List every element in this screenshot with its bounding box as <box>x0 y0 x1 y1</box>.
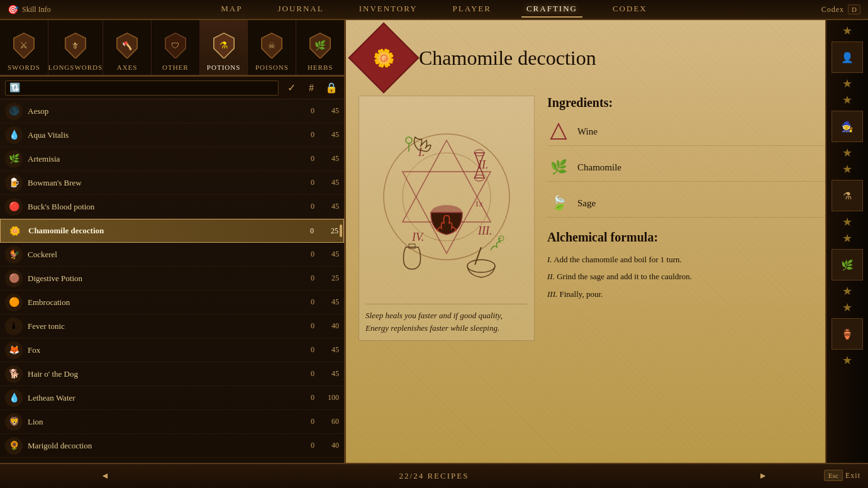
recipe-item[interactable]: 💧 Lethean Water 0 100 <box>0 386 344 410</box>
search-box[interactable]: 🔃 <box>5 80 279 96</box>
search-icon: 🔃 <box>9 82 20 93</box>
item-name: Chamomile decoction <box>28 226 295 236</box>
tab-longswords-label: Longswords <box>48 64 103 71</box>
tab-herbs[interactable]: 🌿 Herbs <box>296 20 344 75</box>
item-max: 45 <box>317 297 339 307</box>
item-icon: 🟠 <box>5 294 23 311</box>
item-count: 0 <box>296 393 314 402</box>
item-max: 45 <box>317 345 339 355</box>
step-text-1: Add the chamomile and boil for 1 turn. <box>554 255 682 264</box>
detail-body: I. II. III. IV. 1x <box>359 96 855 341</box>
ingredient-row-wine: Wine <box>547 120 855 146</box>
ingredients-title: Ingredients: <box>547 96 855 110</box>
recipe-item[interactable]: 🟠 Embrocation 0 45 <box>0 291 344 314</box>
recipe-item-selected[interactable]: 🌼 Chamomile decoction 0 25 <box>0 219 344 243</box>
sidebar-star-1[interactable]: ★ <box>842 24 852 38</box>
recipe-item[interactable]: 🌻 Marigold decoction 0 40 <box>0 434 344 458</box>
svg-text:III.: III. <box>477 225 492 237</box>
item-icon: 🔴 <box>5 198 23 216</box>
potions-icon: ⚗ <box>208 30 240 61</box>
recipe-item[interactable]: 🔴 Buck's Blood potion 0 45 <box>0 195 344 219</box>
item-name: Fox <box>28 345 296 355</box>
item-icon: 🦊 <box>5 341 23 359</box>
recipe-icon-inner: 🌼 <box>373 48 395 69</box>
right-sidebar: ★ 👤 ★ ★ 🧙 ★ ★ ⚗ ★ ★ 🌿 ★ ★ 🏺 ★ <box>825 20 868 463</box>
recipe-item[interactable]: 🌿 Artemisia 0 45 <box>0 147 344 171</box>
nav-journal[interactable]: JOURNAL <box>272 1 328 18</box>
portrait-2: 🧙 <box>832 111 863 142</box>
sidebar-star-2[interactable]: ★ <box>842 77 852 91</box>
item-name: Marigold decoction <box>28 441 296 451</box>
sidebar-star-9[interactable]: ★ <box>842 301 852 314</box>
nav-map[interactable]: MAP <box>216 1 247 18</box>
tab-longswords[interactable]: 🗡 Longswords <box>48 20 103 75</box>
sidebar-star-10[interactable]: ★ <box>842 353 852 367</box>
sidebar-star-4[interactable]: ★ <box>842 146 852 160</box>
recipe-diamond-icon: 🌼 <box>348 22 419 93</box>
tab-other[interactable]: 🛡 Other <box>152 20 200 75</box>
recipe-item[interactable]: 🟤 Digestive Potion 0 25 <box>0 267 344 291</box>
item-count: 0 <box>296 297 314 307</box>
recipe-item[interactable]: 🦊 Fox 0 45 <box>0 338 344 362</box>
bottom-arrow-right[interactable]: ► <box>759 471 767 481</box>
item-icon: 🌿 <box>5 150 23 168</box>
svg-text:🛡: 🛡 <box>171 41 179 50</box>
recipe-item[interactable]: 🍺 Bowman's Brew 0 45 <box>0 171 344 195</box>
nav-codex[interactable]: CODEX <box>608 1 652 18</box>
tab-poisons[interactable]: ☠ Poisons <box>248 20 296 75</box>
recipe-item[interactable]: 💧 Aqua Vitalis 0 45 <box>0 123 344 147</box>
ingredient-row-sage: 🍃 Sage 0 / 1 <box>547 192 855 218</box>
step-num-1: I. <box>547 255 552 264</box>
tab-poisons-label: Poisons <box>255 64 289 71</box>
recipe-item[interactable]: 🐕 Hair o' the Dog 0 45 <box>0 362 344 386</box>
item-icon: 🌻 <box>5 437 23 455</box>
svg-text:⚗: ⚗ <box>220 40 228 50</box>
item-max: 100 <box>317 393 339 402</box>
recipe-list: 🌑 Aesop 0 45 💧 Aqua Vitalis 0 45 🌿 Artem… <box>0 99 344 463</box>
sidebar-star-3[interactable]: ★ <box>842 93 852 107</box>
sidebar-star-6[interactable]: ★ <box>842 215 852 229</box>
tab-axes[interactable]: 🪓 Axes <box>103 20 152 75</box>
item-count: 0 <box>295 226 314 236</box>
formula-steps: I. Add the chamomile and boil for 1 turn… <box>547 252 855 301</box>
nav-crafting[interactable]: CRAFTING <box>521 1 582 18</box>
tab-potions[interactable]: ⚗ Potions <box>200 20 248 75</box>
svg-point-22 <box>467 260 495 272</box>
item-icon: 🐕 <box>5 365 23 383</box>
item-count: 0 <box>296 106 314 116</box>
recipe-title: Chamomile decoction <box>419 47 596 70</box>
bottom-arrow-left[interactable]: ◄ <box>101 471 109 481</box>
esc-key[interactable]: Esc <box>824 470 843 481</box>
item-icon: 🌼 <box>6 222 23 240</box>
item-count: 0 <box>296 250 314 259</box>
sidebar-star-7[interactable]: ★ <box>842 231 852 245</box>
step-text-3: Finally, pour. <box>560 289 603 299</box>
codex-label: Codex <box>821 5 844 14</box>
formula-step-2: II. Grind the sage and add it to the cau… <box>547 269 855 284</box>
ingredients-area: Ingredients: Wine 🌿 Chamomile <box>547 96 855 341</box>
tab-swords-label: Swords <box>8 64 40 71</box>
svg-point-18 <box>406 137 412 143</box>
sidebar-star-5[interactable]: ★ <box>842 162 852 176</box>
recipes-counter: 22/24 RECIPES <box>399 471 469 481</box>
filter-check-icon[interactable]: ✓ <box>284 80 299 96</box>
tab-swords[interactable]: ⚔ Swords <box>0 20 48 75</box>
sidebar-star-8[interactable]: ★ <box>842 284 852 298</box>
item-max: 25 <box>317 274 339 283</box>
recipe-item[interactable]: 🌑 Aesop 0 45 <box>0 99 344 123</box>
item-icon: 🌑 <box>5 103 23 120</box>
svg-text:☠: ☠ <box>268 41 275 50</box>
svg-text:1x: 1x <box>475 199 484 208</box>
main-container: ⚔ Swords 🗡 Longswords <box>0 20 868 463</box>
recipe-item[interactable]: 🦁 Lion 0 60 <box>0 410 344 434</box>
recipe-item[interactable]: 🐓 Cockerel 0 45 <box>0 243 344 267</box>
recipe-item[interactable]: 🌡 Fever tonic 0 40 <box>0 314 344 338</box>
filter-lock-icon[interactable]: 🔒 <box>324 80 339 96</box>
ingredient-name-wine: Wine <box>577 126 855 137</box>
item-icon: 💧 <box>5 389 23 407</box>
nav-player[interactable]: PLAYER <box>448 1 496 18</box>
nav-inventory[interactable]: INVENTORY <box>354 1 423 18</box>
item-icon: 🍺 <box>5 174 23 192</box>
category-tabs: ⚔ Swords 🗡 Longswords <box>0 20 344 77</box>
filter-hash-icon[interactable]: # <box>304 80 319 96</box>
